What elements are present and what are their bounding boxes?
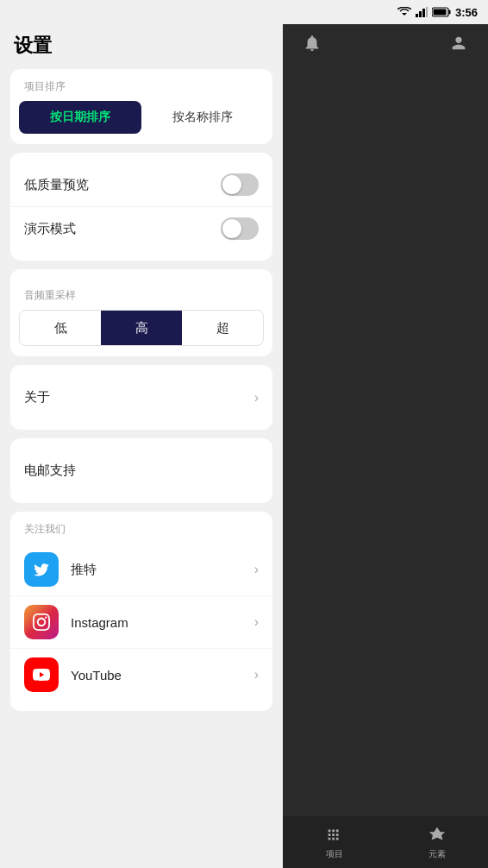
twitter-name: 推特	[71, 562, 97, 578]
battery-icon	[432, 7, 451, 17]
tab-projects[interactable]: 项目	[323, 824, 346, 860]
instagram-row[interactable]: Instagram ›	[10, 596, 272, 649]
resample-high-button[interactable]: 高	[101, 311, 182, 345]
twitter-left: 推特	[24, 552, 97, 587]
youtube-chevron-icon: ›	[254, 667, 259, 682]
about-chevron-icon: ›	[254, 390, 259, 406]
svg-rect-3	[422, 9, 425, 17]
status-bar: 3:56	[0, 0, 488, 24]
svg-rect-7	[433, 9, 446, 16]
instagram-icon	[24, 605, 59, 639]
youtube-row[interactable]: YouTube ›	[10, 649, 272, 701]
twitter-row[interactable]: 推特 ›	[10, 544, 272, 596]
svg-rect-2	[419, 11, 422, 17]
resample-card: 音频重采样 低 高 超	[10, 269, 272, 356]
notification-icon[interactable]	[297, 28, 328, 59]
projects-icon	[323, 824, 346, 846]
email-card[interactable]: 电邮支持	[10, 438, 272, 503]
follow-card: 关注我们 推特 › Instagram	[10, 512, 272, 711]
elements-tab-label: 元素	[429, 848, 446, 860]
low-quality-row: 低质量预览	[10, 163, 272, 207]
resample-section-label: 音频重采样	[10, 280, 272, 310]
instagram-chevron-icon: ›	[254, 614, 259, 630]
email-row[interactable]: 电邮支持	[10, 449, 272, 493]
elements-icon	[426, 824, 448, 846]
sort-card: 项目排序 按日期排序 按名称排序	[10, 69, 272, 144]
signal-icon	[416, 7, 428, 17]
demo-mode-label: 演示模式	[24, 221, 76, 237]
svg-marker-0	[402, 13, 407, 16]
resample-low-button[interactable]: 低	[20, 311, 101, 345]
wifi-icon	[397, 7, 411, 17]
about-label: 关于	[24, 389, 50, 406]
tab-elements[interactable]: 元素	[426, 824, 448, 860]
low-quality-toggle[interactable]	[221, 173, 259, 196]
sort-buttons-group: 按日期排序 按名称排序	[10, 101, 272, 134]
bottom-tab-bar: 项目 元素	[283, 816, 488, 868]
sort-by-date-button[interactable]: 按日期排序	[19, 101, 141, 134]
svg-rect-6	[448, 10, 450, 15]
demo-mode-row: 演示模式	[10, 207, 272, 250]
youtube-left: YouTube	[24, 657, 122, 692]
right-panel	[283, 0, 488, 868]
projects-tab-label: 项目	[326, 848, 343, 860]
profile-icon[interactable]	[443, 28, 474, 59]
about-row[interactable]: 关于 ›	[10, 375, 272, 419]
twitter-icon	[24, 552, 59, 587]
instagram-name: Instagram	[71, 615, 128, 630]
resample-buttons-group: 低 高 超	[19, 310, 264, 346]
resample-ultra-button[interactable]: 超	[182, 311, 263, 345]
about-card[interactable]: 关于 ›	[10, 365, 272, 430]
demo-mode-toggle[interactable]	[221, 217, 259, 240]
svg-rect-1	[416, 14, 418, 17]
sort-section-label: 项目排序	[10, 79, 272, 101]
low-quality-label: 低质量预览	[24, 177, 89, 193]
status-time: 3:56	[455, 6, 478, 19]
toggles-card: 低质量预览 演示模式	[10, 153, 272, 261]
svg-rect-4	[426, 7, 428, 17]
youtube-icon	[24, 657, 59, 692]
twitter-chevron-icon: ›	[254, 562, 259, 577]
email-label: 电邮支持	[24, 462, 76, 479]
youtube-name: YouTube	[71, 668, 122, 682]
settings-panel: 设置 项目排序 按日期排序 按名称排序 低质量预览 演示模式 音频重采样 低 高…	[0, 0, 283, 868]
follow-section-label: 关注我们	[10, 522, 272, 544]
instagram-left: Instagram	[24, 605, 128, 639]
sort-by-name-button[interactable]: 按名称排序	[141, 101, 264, 134]
